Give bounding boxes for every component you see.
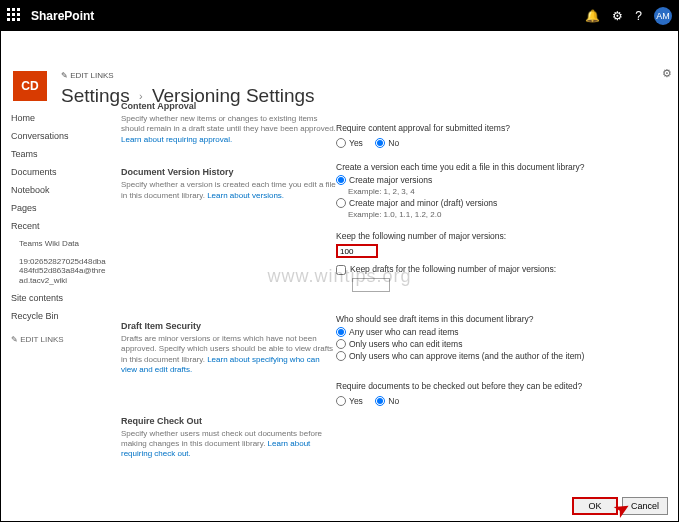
label-who1: Any user who can read items [349,327,459,337]
label-who2: Only users who can edit items [349,339,462,349]
radio-who-any[interactable] [336,327,346,337]
label-checkout: Require documents to be checked out befo… [336,381,666,391]
gear-icon[interactable]: ⚙ [612,9,623,23]
label-create-version: Create a version each time you edit a fi… [336,162,666,172]
radio-approval-no[interactable] [375,138,385,148]
bell-icon[interactable]: 🔔 [585,9,600,23]
label-keep-drafts: Keep drafts for the following number of … [350,264,556,274]
section-title-draft-security: Draft Item Security [121,321,336,331]
section-title-content-approval: Content Approval [121,101,336,111]
site-logo[interactable]: CD [13,71,47,101]
label-minor: Create major and minor (draft) versions [349,198,497,208]
label-no: No [388,138,399,148]
radio-major[interactable] [336,175,346,185]
nav-recycle-bin[interactable]: Recycle Bin [11,307,106,325]
form-column: Require content approval for submitted i… [336,101,678,521]
radio-who-edit[interactable] [336,339,346,349]
help-icon[interactable]: ? [635,9,642,23]
nav-conversations[interactable]: Conversations [11,127,106,145]
suite-title: SharePoint [31,9,94,23]
radio-approval-yes[interactable] [336,138,346,148]
nav-documents[interactable]: Documents [11,163,106,181]
label-approval: Require content approval for submitted i… [336,123,666,133]
edit-links-bottom[interactable]: ✎ EDIT LINKS [11,331,106,348]
section-descriptions: Content Approval Specify whether new ite… [121,101,336,521]
app-launcher-icon[interactable] [7,8,23,24]
example-minor: Example: 1.0, 1.1, 1.2, 2.0 [336,210,666,219]
nav-recent-long[interactable]: 19:02652827025d48dba484fd52d863a84a@thre… [11,253,106,290]
section-title-require-checkout: Require Check Out [121,416,336,426]
radio-checkout-no[interactable] [375,396,385,406]
radio-minor[interactable] [336,198,346,208]
radio-who-approve[interactable] [336,351,346,361]
input-keep-major[interactable] [336,244,378,258]
section-title-version-history: Document Version History [121,167,336,177]
checkbox-keep-drafts[interactable] [336,265,346,275]
nav-notebook[interactable]: Notebook [11,181,106,199]
example-major: Example: 1, 2, 3, 4 [336,187,666,196]
edit-links-bottom-label: EDIT LINKS [20,335,63,344]
nav-recent-child[interactable]: Teams Wiki Data [11,235,106,253]
ok-button[interactable]: OK [572,497,618,515]
link-learn-approval[interactable]: Learn about requiring approval. [121,135,232,144]
section-desc-ca: Specify whether new items or changes to … [121,114,336,133]
avatar[interactable]: AM [654,7,672,25]
nav-site-contents[interactable]: Site contents [11,289,106,307]
nav-home[interactable]: Home [11,109,106,127]
label-checkout-no: No [388,396,399,406]
suite-bar: SharePoint 🔔 ⚙ ? AM [1,1,678,31]
link-learn-versions[interactable]: Learn about versions. [207,191,284,200]
nav-recent[interactable]: Recent [11,217,106,235]
label-checkout-yes: Yes [349,396,363,406]
nav-pages[interactable]: Pages [11,199,106,217]
label-major: Create major versions [349,175,432,185]
input-keep-drafts[interactable] [352,278,390,292]
cancel-button[interactable]: Cancel [622,497,668,515]
label-keep-major: Keep the following number of major versi… [336,231,666,241]
label-who: Who should see draft items in this docum… [336,314,666,324]
nav-teams[interactable]: Teams [11,145,106,163]
label-yes: Yes [349,138,363,148]
radio-checkout-yes[interactable] [336,396,346,406]
label-who3: Only users who can approve items (and th… [349,351,584,361]
